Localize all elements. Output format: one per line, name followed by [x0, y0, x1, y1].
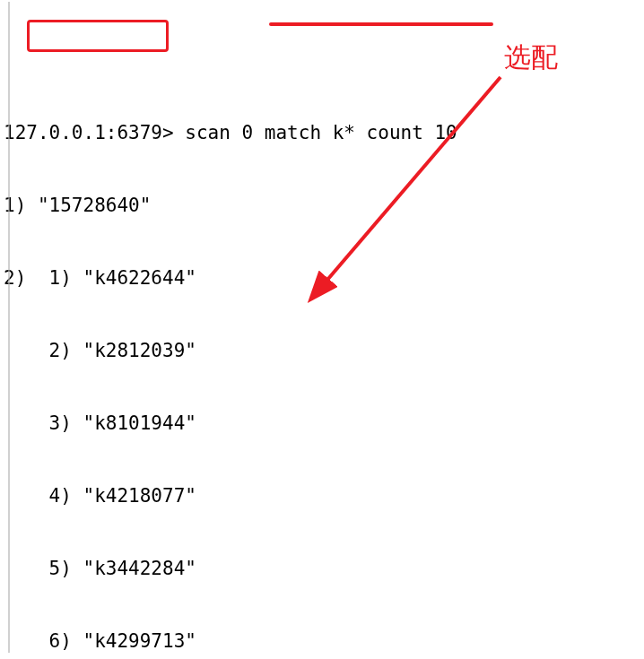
annotation-underline [269, 22, 493, 26]
prompt: 127.0.0.1:6379> [4, 122, 174, 143]
result1-cursor-line: 1) "15728640" [4, 194, 644, 218]
prompt-line-1: 127.0.0.1:6379> scan 0 match k* count 10 [4, 121, 644, 145]
result1-item-3: 3) "k8101944" [4, 412, 644, 436]
r1-v1: k4622644 [94, 267, 185, 289]
svg-line-1 [312, 77, 500, 298]
result1-item-1: 2) 1) "k4622644" [4, 266, 644, 290]
command-1: scan 0 match k* count 10 [185, 122, 457, 143]
result1-item-6: 6) "k4299713" [4, 629, 644, 654]
r1-v6: k4299713 [94, 630, 185, 652]
r1-v2: k2812039 [94, 340, 185, 361]
r1-v3: k8101944 [94, 412, 185, 434]
result1-item-5: 5) "k3442284" [4, 557, 644, 581]
annotation-box [27, 20, 169, 52]
result1-item-2: 2) "k2812039" [4, 339, 644, 363]
terminal-output: 127.0.0.1:6379> scan 0 match k* count 10… [0, 0, 644, 659]
left-border-rule [8, 2, 10, 653]
r1-v5: k3442284 [94, 558, 185, 579]
result1-item-4: 4) "k4218077" [4, 484, 644, 508]
r1-v4: k4218077 [94, 485, 185, 507]
result1-cursor: 15728640 [49, 195, 140, 216]
annotation-label: 选配 [504, 45, 558, 69]
